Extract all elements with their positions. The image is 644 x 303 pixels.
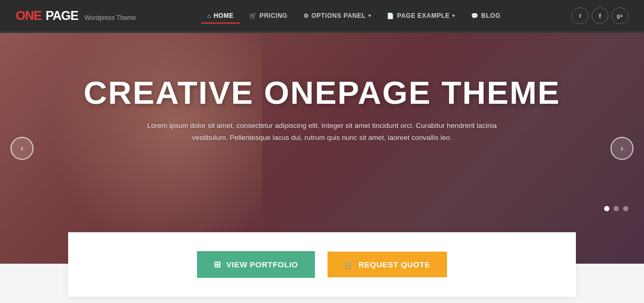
navbar: ONEPAGE Wordpress Theme ⌂ HOME 🛒 PRICING…	[0, 0, 644, 31]
google-plus-button[interactable]: g+	[612, 7, 628, 24]
nav-link-page-example[interactable]: 📄 PAGE EXAMPLE ▾	[380, 8, 461, 24]
hero-section: ‹ CREATIVE ONEPAGE THEME Lorem ipsum dol…	[0, 33, 644, 264]
slider-dot-2[interactable]	[614, 206, 619, 211]
features-section: FEATURES	[0, 297, 644, 303]
hero-content: CREATIVE ONEPAGE THEME Lorem ipsum dolor…	[0, 33, 644, 144]
quote-cart-icon: 🛒	[344, 261, 354, 269]
gear-icon: ⚙	[303, 13, 309, 19]
brand-subtitle: Wordpress Theme	[84, 14, 136, 21]
chevron-down-icon: ▾	[368, 13, 372, 18]
facebook-button[interactable]: f	[592, 7, 608, 24]
view-portfolio-button[interactable]: ⊞ View Portfolio	[197, 251, 315, 278]
brand-one: ONE	[16, 8, 41, 23]
nav-link-pricing[interactable]: 🛒 PRICING	[243, 8, 294, 24]
nav-item-blog[interactable]: 💬 BLOG	[465, 8, 507, 24]
slider-dot-3[interactable]	[623, 206, 628, 211]
nav-item-home[interactable]: ⌂ HOME	[201, 8, 240, 24]
social-links: t f g+	[572, 7, 628, 24]
quote-label: Request Quote	[358, 260, 430, 269]
facebook-icon: f	[599, 12, 601, 20]
page-icon: 📄	[387, 13, 395, 19]
hero-title: CREATIVE ONEPAGE THEME	[0, 75, 644, 111]
google-plus-icon: g+	[617, 13, 623, 19]
home-icon: ⌂	[208, 13, 211, 19]
chevron-down-icon-2: ▾	[452, 13, 455, 18]
twitter-button[interactable]: t	[572, 7, 588, 24]
chevron-right-icon: ›	[620, 144, 623, 153]
brand-page: PAGE	[46, 8, 78, 23]
twitter-icon: t	[579, 12, 581, 20]
slider-dots	[604, 206, 628, 211]
slider-next-button[interactable]: ›	[610, 137, 634, 160]
nav-links: ⌂ HOME 🛒 PRICING ⚙ OPTIONS PANEL ▾ 📄 PAG…	[201, 8, 507, 24]
brand-logo: ONEPAGE Wordpress Theme	[16, 8, 136, 23]
chat-icon: 💬	[471, 13, 479, 19]
nav-link-blog[interactable]: 💬 BLOG	[465, 8, 507, 24]
nav-link-options[interactable]: ⚙ OPTIONS PANEL ▾	[297, 8, 378, 24]
request-quote-button[interactable]: 🛒 Request Quote	[328, 252, 447, 277]
portfolio-label: View Portfolio	[226, 260, 298, 269]
hero-subtitle: Lorem ipsum dolor sit amet, consectetur …	[139, 120, 506, 144]
nav-item-pricing[interactable]: 🛒 PRICING	[243, 8, 294, 24]
cta-section: ⊞ View Portfolio 🛒 Request Quote	[68, 232, 576, 297]
nav-item-page-example[interactable]: 📄 PAGE EXAMPLE ▾	[380, 8, 461, 24]
slider-dot-1[interactable]	[604, 206, 609, 211]
nav-link-home[interactable]: ⌂ HOME	[201, 8, 240, 24]
nav-item-options[interactable]: ⚙ OPTIONS PANEL ▾	[297, 8, 378, 24]
slider-prev-button[interactable]: ‹	[10, 137, 34, 160]
cart-icon: 🛒	[249, 13, 257, 19]
chevron-left-icon: ‹	[20, 144, 23, 153]
portfolio-icon: ⊞	[214, 259, 221, 269]
